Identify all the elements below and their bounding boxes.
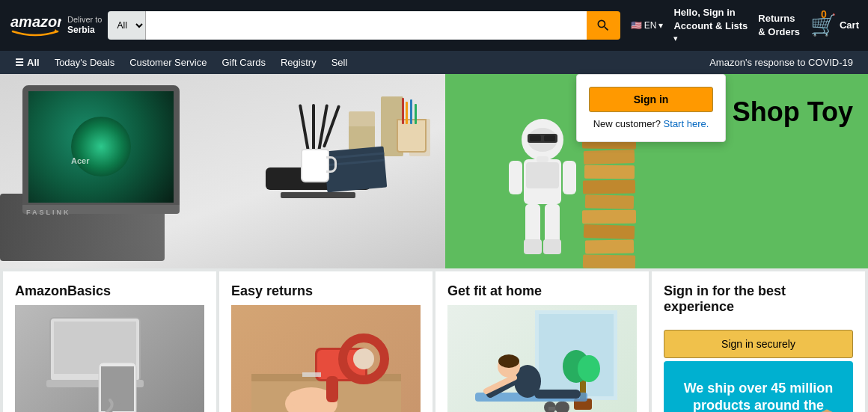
orders-label: & Orders	[758, 25, 800, 39]
nav-item-gift-cards[interactable]: Gift Cards	[216, 54, 272, 71]
svg-rect-6	[544, 135, 555, 141]
nav-all-label: All	[27, 57, 40, 68]
returns-label: Returns	[758, 12, 800, 25]
cart-icon: 🛒 0	[810, 13, 837, 37]
hamburger-icon: ☰	[15, 57, 24, 68]
svg-rect-14	[543, 239, 561, 254]
header: amazon Deliver to Serbia All 🇺🇸 EN ▾ Hel…	[0, 0, 868, 51]
amazon-logo[interactable]: amazon	[9, 10, 61, 40]
account-menu[interactable]: Hello, Sign in Account & Lists ▾	[673, 6, 748, 45]
cart[interactable]: 🛒 0 Cart	[810, 13, 859, 37]
search-category-select[interactable]: All	[108, 11, 146, 40]
card-returns-image	[231, 305, 421, 412]
ship-text: We ship over 45 million products around …	[679, 380, 838, 412]
search-bar: All	[108, 11, 620, 40]
nav-all-button[interactable]: ☰ All	[9, 54, 46, 71]
returns-orders[interactable]: Returns & Orders	[758, 12, 800, 39]
signin-card-title: Sign in for the best experience	[664, 283, 853, 315]
lang-chevron: ▾	[658, 20, 663, 31]
card-amazon-basics[interactable]: AmazonBasics	[3, 271, 216, 412]
svg-rect-5	[530, 135, 541, 141]
deliver-to-label: Deliver to	[67, 15, 102, 24]
account-label: Account & Lists	[673, 19, 748, 33]
navbar: ☰ All Today's Deals Customer Service Gif…	[0, 51, 868, 74]
search-button[interactable]	[587, 11, 620, 40]
nav-item-deals[interactable]: Today's Deals	[49, 54, 121, 71]
dropdown-sign-in-button[interactable]: Sign in	[589, 87, 713, 112]
signin-card: Sign in for the best experience Sign in …	[652, 271, 865, 412]
card-easy-returns[interactable]: Easy returns	[219, 271, 433, 412]
hero-shop-text: Shop Toy	[733, 96, 853, 128]
card-basics-image	[15, 305, 204, 412]
svg-rect-30	[326, 376, 338, 402]
hero-banner: Acer FASLINK	[0, 74, 868, 268]
svg-rect-12	[545, 204, 560, 245]
nav-item-registry[interactable]: Registry	[275, 54, 323, 71]
card-get-fit[interactable]: Get fit at home	[435, 271, 649, 412]
card-fit-title: Get fit at home	[447, 283, 637, 299]
svg-rect-13	[524, 239, 542, 254]
flag-icon: 🇺🇸	[631, 20, 642, 31]
hero-left-panel[interactable]: Acer FASLINK	[0, 74, 445, 268]
svg-text:amazon: amazon	[10, 13, 61, 30]
card-returns-title: Easy returns	[231, 283, 421, 299]
svg-point-41	[498, 354, 519, 368]
nav-item-sell[interactable]: Sell	[326, 54, 354, 71]
nav-covid-notice[interactable]: Amazon's response to COVID-19	[703, 54, 859, 71]
svg-point-36	[578, 355, 600, 382]
language-selector[interactable]: 🇺🇸 EN ▾	[631, 20, 664, 31]
card-fit-image	[447, 305, 637, 412]
account-dropdown: Sign in New customer? Start here.	[576, 74, 726, 142]
svg-rect-8	[526, 162, 559, 188]
svg-rect-31	[302, 372, 321, 377]
dropdown-new-customer: New customer? Start here.	[589, 118, 713, 129]
start-here-link[interactable]: Start here.	[664, 118, 709, 129]
search-input[interactable]	[146, 11, 586, 40]
card-basics-title: AmazonBasics	[15, 283, 204, 299]
cart-count: 0	[821, 8, 827, 20]
signin-secure-button[interactable]: Sign in securely	[664, 330, 853, 358]
nav-item-customer-service[interactable]: Customer Service	[123, 54, 213, 71]
svg-rect-10	[563, 161, 576, 194]
svg-rect-15	[537, 156, 548, 162]
hello-text: Hello, Sign in	[673, 6, 748, 19]
svg-point-29	[353, 348, 374, 369]
lang-label: EN	[644, 20, 657, 31]
new-customer-text: New customer?	[593, 118, 661, 129]
cart-label: Cart	[840, 19, 859, 31]
svg-rect-9	[509, 161, 522, 194]
deliver-to[interactable]: Deliver to Serbia	[67, 14, 102, 37]
svg-rect-11	[525, 204, 540, 245]
deliver-country: Serbia	[67, 25, 95, 35]
ship-card: We ship over 45 million products around …	[664, 361, 853, 412]
cards-grid: AmazonBasics Easy returns	[0, 268, 868, 412]
